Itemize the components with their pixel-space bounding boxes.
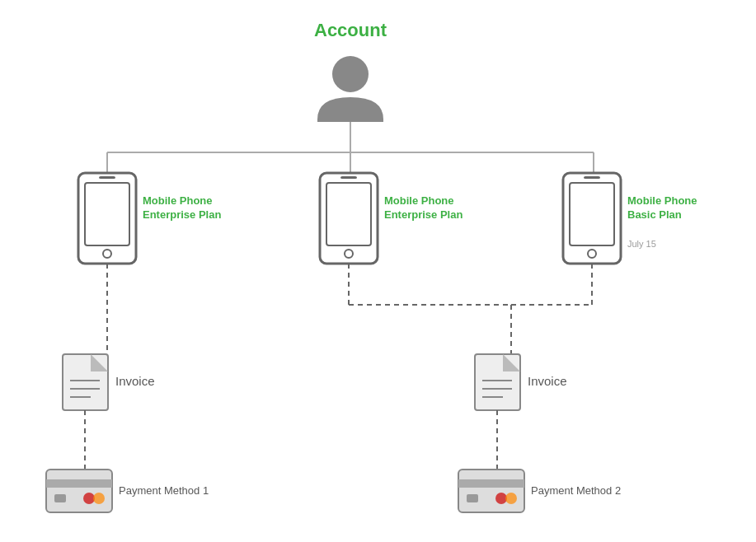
phone3-label-line2: Basic Plan [627, 208, 682, 221]
phone1-label-line2: Enterprise Plan [143, 208, 221, 221]
phone3-button [588, 250, 596, 258]
diagram-container: Account Mobile Phone Enterprise Plan [0, 0, 756, 542]
payment2-circle2 [505, 493, 517, 504]
phone2-speaker [340, 176, 357, 179]
account-title: Account [314, 20, 387, 40]
payment2-circle1 [495, 493, 507, 504]
payment2-chip [467, 494, 478, 502]
phone3-speaker [584, 176, 600, 179]
payment1-circle1 [83, 493, 95, 504]
phone3-screen [570, 183, 614, 245]
account-icon-body [317, 97, 383, 122]
phone1-button [103, 250, 111, 258]
invoice2-label: Invoice [528, 374, 567, 388]
payment2-label: Payment Method 2 [531, 484, 621, 497]
payment1-label: Payment Method 1 [119, 484, 209, 497]
phone1-speaker [99, 176, 115, 179]
phone2-button [345, 250, 353, 258]
phone2-label-line1: Mobile Phone [384, 194, 454, 207]
phone3-label-line1: Mobile Phone [627, 194, 697, 207]
invoice1-label: Invoice [115, 374, 155, 388]
invoice1-doc [63, 354, 108, 410]
account-icon-head [332, 56, 369, 92]
invoice2-doc [475, 354, 520, 410]
phone2-label-line2: Enterprise Plan [384, 208, 463, 221]
payment2-stripe [458, 479, 524, 488]
payment1-chip [54, 494, 66, 502]
phone3-sublabel: July 15 [627, 239, 656, 249]
payment1-circle2 [93, 493, 105, 504]
phone2-screen [326, 183, 371, 245]
diagram-svg: Account Mobile Phone Enterprise Plan [0, 0, 756, 542]
payment1-stripe [46, 479, 112, 488]
phone1-screen [85, 183, 129, 245]
payment2-card [458, 470, 524, 512]
phone1-label-line1: Mobile Phone [143, 194, 213, 207]
payment1-card [46, 470, 112, 512]
